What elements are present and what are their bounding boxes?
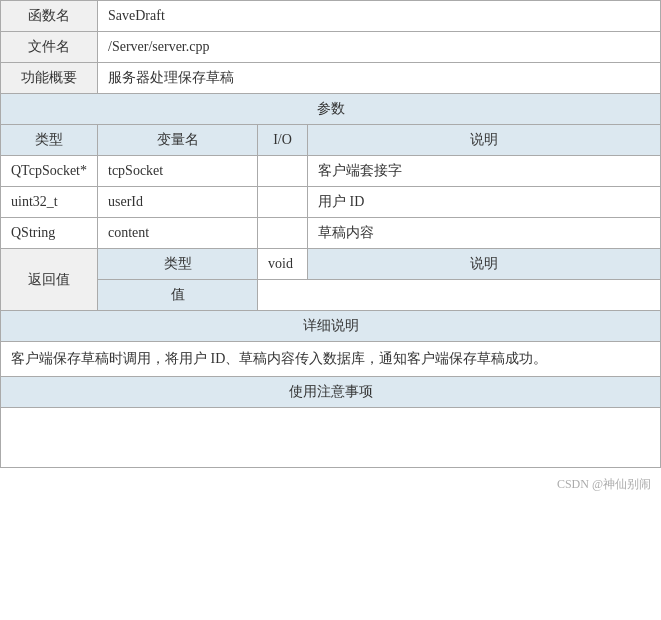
table-row-usage-header: 使用注意事项 <box>1 377 661 408</box>
param-0-desc: 客户端套接字 <box>308 156 661 187</box>
table-row-params-header: 参数 <box>1 94 661 125</box>
table-row-summary: 功能概要 服务器处理保存草稿 <box>1 63 661 94</box>
return-label: 返回值 <box>1 249 98 311</box>
value-file-name: /Server/server.cpp <box>98 32 661 63</box>
col-header-name: 变量名 <box>98 125 258 156</box>
param-1-type: uint32_t <box>1 187 98 218</box>
param-2-type: QString <box>1 218 98 249</box>
watermark-text: CSDN @神仙别闹 <box>557 477 651 491</box>
table-row-file-name: 文件名 /Server/server.cpp <box>1 32 661 63</box>
table-row-params-col-headers: 类型 变量名 I/O 说明 <box>1 125 661 156</box>
label-summary: 功能概要 <box>1 63 98 94</box>
detail-section-label: 详细说明 <box>1 311 661 342</box>
table-row-detail-header: 详细说明 <box>1 311 661 342</box>
page-wrapper: 函数名 SaveDraft 文件名 /Server/server.cpp 功能概… <box>0 0 661 620</box>
table-row-param-1: uint32_t userId 用户 ID <box>1 187 661 218</box>
param-0-type: QTcpSocket* <box>1 156 98 187</box>
return-type-label: 类型 <box>98 249 258 280</box>
return-desc-label: 说明 <box>308 249 661 280</box>
param-2-io <box>258 218 308 249</box>
table-row-param-0: QTcpSocket* tcpSocket 客户端套接字 <box>1 156 661 187</box>
label-func-name: 函数名 <box>1 1 98 32</box>
watermark: CSDN @神仙别闹 <box>0 468 661 501</box>
param-2-name: content <box>98 218 258 249</box>
table-row-return-type: 返回值 类型 void 说明 <box>1 249 661 280</box>
col-header-desc: 说明 <box>308 125 661 156</box>
table-row-return-val: 值 <box>1 280 661 311</box>
usage-section-label: 使用注意事项 <box>1 377 661 408</box>
param-0-io <box>258 156 308 187</box>
param-2-desc: 草稿内容 <box>308 218 661 249</box>
param-0-name: tcpSocket <box>98 156 258 187</box>
return-val-value <box>258 280 661 311</box>
usage-text <box>1 408 661 468</box>
doc-table: 函数名 SaveDraft 文件名 /Server/server.cpp 功能概… <box>0 0 661 468</box>
label-file-name: 文件名 <box>1 32 98 63</box>
param-1-desc: 用户 ID <box>308 187 661 218</box>
table-row-func-name: 函数名 SaveDraft <box>1 1 661 32</box>
detail-text: 客户端保存草稿时调用，将用户 ID、草稿内容传入数据库，通知客户端保存草稿成功。 <box>1 342 661 377</box>
return-val-label: 值 <box>98 280 258 311</box>
col-header-io: I/O <box>258 125 308 156</box>
table-row-usage-content <box>1 408 661 468</box>
col-header-type: 类型 <box>1 125 98 156</box>
table-row-param-2: QString content 草稿内容 <box>1 218 661 249</box>
params-section-label: 参数 <box>1 94 661 125</box>
param-1-io <box>258 187 308 218</box>
value-summary: 服务器处理保存草稿 <box>98 63 661 94</box>
table-row-detail-content: 客户端保存草稿时调用，将用户 ID、草稿内容传入数据库，通知客户端保存草稿成功。 <box>1 342 661 377</box>
return-type-value: void <box>258 249 308 280</box>
value-func-name: SaveDraft <box>98 1 661 32</box>
param-1-name: userId <box>98 187 258 218</box>
